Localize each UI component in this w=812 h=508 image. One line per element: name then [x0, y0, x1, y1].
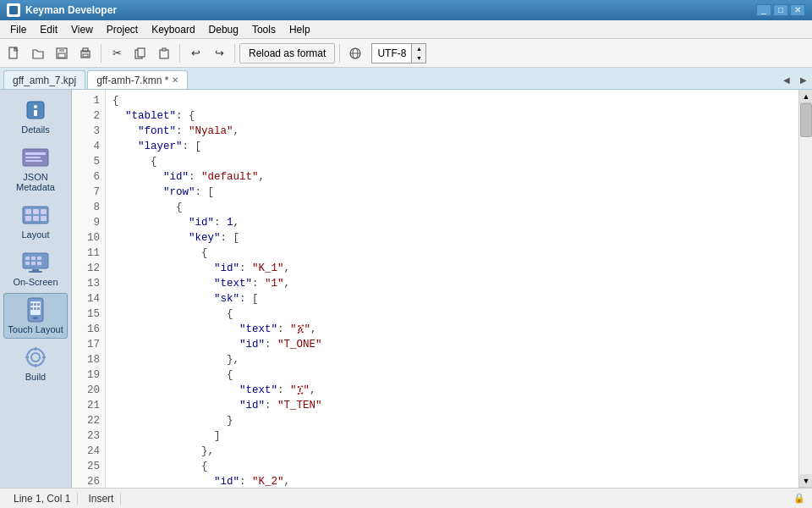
tab-nav-right[interactable]: ▶: [795, 70, 812, 89]
sidebar-layout-label: Layout: [21, 229, 49, 240]
tab-area: gff_amh_7.kpj gff-amh-7.kmn * ✕ ◀ ▶: [0, 68, 812, 90]
menu-keyboard[interactable]: Keyboard: [145, 22, 201, 37]
encoding-selector[interactable]: UTF-8 ▲ ▼: [371, 43, 426, 64]
undo-button[interactable]: ↩: [184, 42, 206, 64]
svg-rect-45: [34, 307, 36, 310]
vertical-scrollbar[interactable]: ▲ ▼: [798, 90, 812, 488]
toolbar-separator-3: [234, 44, 235, 63]
svg-rect-9: [138, 48, 145, 57]
scroll-down-button[interactable]: ▼: [799, 474, 812, 488]
menu-project[interactable]: Project: [100, 22, 145, 37]
close-button[interactable]: ✕: [790, 4, 805, 16]
print-button[interactable]: [74, 42, 96, 64]
tab-nav-left[interactable]: ◀: [778, 70, 795, 89]
sidebar-touch-label: Touch Layout: [8, 324, 63, 334]
menu-file[interactable]: File: [3, 22, 33, 37]
svg-rect-3: [59, 48, 64, 52]
toolbar-separator-1: [101, 44, 102, 63]
on-screen-icon: [20, 250, 51, 275]
open-button[interactable]: [27, 42, 49, 64]
paste-button[interactable]: [153, 42, 175, 64]
svg-rect-28: [41, 216, 47, 221]
menu-tools[interactable]: Tools: [245, 22, 283, 37]
menu-view[interactable]: View: [64, 22, 100, 37]
line-numbers: 12345 678910 1112131415 1617181920 21222…: [72, 90, 106, 488]
svg-rect-7: [83, 54, 88, 57]
encoding-up-arrow[interactable]: ▲: [412, 44, 425, 53]
code-editor[interactable]: { "tablet": { "font": "Nyala", "layer": …: [106, 90, 798, 488]
sidebar-item-details[interactable]: Details: [3, 93, 68, 139]
svg-rect-26: [25, 216, 31, 221]
encoding-down-arrow[interactable]: ▼: [412, 53, 425, 63]
app-title: Keyman Developer: [25, 4, 117, 16]
status-bar: Line 1, Col 1 Insert 🔒: [0, 488, 812, 508]
svg-point-48: [31, 353, 40, 362]
sidebar: Details JSON Metadata: [0, 90, 72, 488]
sidebar-item-json-metadata[interactable]: JSON Metadata: [3, 141, 68, 196]
tab-kmn-label: gff-amh-7.kmn *: [96, 75, 168, 86]
sidebar-details-label: Details: [21, 124, 50, 135]
svg-rect-33: [31, 257, 36, 260]
svg-rect-49: [35, 347, 36, 351]
svg-rect-19: [25, 152, 46, 155]
tab-close-icon[interactable]: ✕: [172, 75, 178, 85]
toolbar-separator-4: [339, 44, 340, 63]
scroll-thumb[interactable]: [800, 103, 812, 137]
scroll-up-button[interactable]: ▲: [799, 90, 812, 103]
toolbar-separator-2: [179, 44, 180, 63]
svg-rect-35: [25, 262, 30, 265]
build-icon: [20, 345, 51, 370]
reload-format-button[interactable]: Reload as format: [239, 43, 335, 64]
svg-rect-44: [30, 307, 33, 310]
svg-rect-41: [30, 303, 33, 306]
svg-rect-31: [29, 271, 42, 273]
svg-rect-23: [25, 209, 31, 214]
svg-rect-20: [25, 157, 41, 158]
svg-rect-11: [162, 48, 166, 51]
sidebar-item-on-screen[interactable]: On-Screen: [3, 246, 68, 291]
json-metadata-icon: [20, 145, 51, 170]
redo-button[interactable]: ↪: [208, 42, 230, 64]
new-button[interactable]: [3, 42, 25, 64]
language-button[interactable]: [344, 42, 366, 64]
cursor-position: Line 1, Col 1: [7, 493, 78, 505]
sidebar-item-layout[interactable]: Layout: [3, 198, 68, 244]
svg-rect-43: [37, 303, 40, 306]
svg-rect-52: [42, 356, 46, 358]
minimize-button[interactable]: _: [756, 4, 771, 16]
menu-debug[interactable]: Debug: [202, 22, 245, 37]
svg-rect-25: [41, 209, 47, 214]
sidebar-json-label: JSON Metadata: [6, 172, 65, 192]
svg-rect-24: [33, 209, 39, 214]
svg-rect-40: [33, 317, 38, 319]
svg-rect-4: [58, 53, 65, 58]
save-button[interactable]: [51, 42, 73, 64]
svg-point-47: [27, 349, 44, 366]
svg-point-16: [34, 105, 37, 108]
svg-rect-6: [83, 48, 88, 52]
cut-button[interactable]: ✂: [106, 42, 128, 64]
sidebar-onscreen-label: On-Screen: [13, 277, 58, 287]
svg-rect-27: [33, 216, 39, 221]
layout-icon: [20, 202, 51, 228]
title-bar: Keyman Developer _ □ ✕: [0, 0, 812, 20]
details-icon: [20, 97, 51, 123]
main-area: Details JSON Metadata: [0, 90, 812, 488]
sidebar-item-build[interactable]: Build: [3, 340, 68, 386]
svg-rect-29: [23, 253, 48, 268]
menu-edit[interactable]: Edit: [33, 22, 64, 37]
status-icon: 🔒: [793, 493, 805, 504]
window-controls[interactable]: _ □ ✕: [756, 4, 805, 16]
app-icon: [7, 3, 20, 17]
tab-kmn[interactable]: gff-amh-7.kmn * ✕: [87, 70, 188, 89]
encoding-value: UTF-8: [372, 47, 411, 59]
svg-rect-36: [31, 262, 36, 265]
menu-help[interactable]: Help: [283, 22, 317, 37]
maximize-button[interactable]: □: [773, 4, 788, 16]
toolbar: ✂ ↩ ↪ Reload as format UTF-8 ▲ ▼: [0, 39, 812, 68]
svg-rect-42: [34, 303, 36, 306]
sidebar-item-touch-layout[interactable]: Touch Layout: [3, 293, 68, 339]
svg-rect-32: [25, 257, 30, 260]
copy-button[interactable]: [129, 42, 151, 64]
tab-kpj[interactable]: gff_amh_7.kpj: [3, 70, 85, 89]
